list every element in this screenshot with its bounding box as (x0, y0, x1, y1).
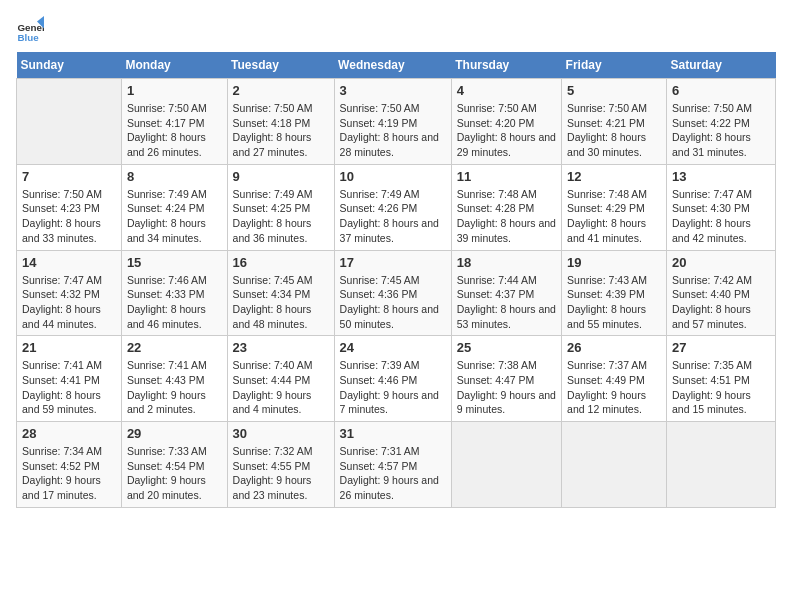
calendar-cell: 30 Sunrise: 7:32 AM Sunset: 4:55 PM Dayl… (227, 422, 334, 508)
sunset-text: Sunset: 4:47 PM (457, 374, 535, 386)
day-number: 29 (127, 426, 222, 441)
day-number: 17 (340, 255, 446, 270)
sunrise-text: Sunrise: 7:47 AM (672, 188, 752, 200)
day-header-wednesday: Wednesday (334, 52, 451, 79)
sunset-text: Sunset: 4:57 PM (340, 460, 418, 472)
daylight-text: Daylight: 9 hours and 12 minutes. (567, 389, 646, 416)
day-info: Sunrise: 7:46 AM Sunset: 4:33 PM Dayligh… (127, 273, 222, 332)
day-info: Sunrise: 7:50 AM Sunset: 4:22 PM Dayligh… (672, 101, 770, 160)
sunrise-text: Sunrise: 7:50 AM (567, 102, 647, 114)
daylight-text: Daylight: 8 hours and 27 minutes. (233, 131, 312, 158)
day-number: 12 (567, 169, 661, 184)
sunset-text: Sunset: 4:24 PM (127, 202, 205, 214)
sunset-text: Sunset: 4:55 PM (233, 460, 311, 472)
day-info: Sunrise: 7:37 AM Sunset: 4:49 PM Dayligh… (567, 358, 661, 417)
calendar-cell (451, 422, 561, 508)
sunset-text: Sunset: 4:19 PM (340, 117, 418, 129)
day-info: Sunrise: 7:38 AM Sunset: 4:47 PM Dayligh… (457, 358, 556, 417)
day-info: Sunrise: 7:31 AM Sunset: 4:57 PM Dayligh… (340, 444, 446, 503)
calendar-cell: 6 Sunrise: 7:50 AM Sunset: 4:22 PM Dayli… (667, 79, 776, 165)
day-number: 22 (127, 340, 222, 355)
daylight-text: Daylight: 9 hours and 2 minutes. (127, 389, 206, 416)
day-info: Sunrise: 7:42 AM Sunset: 4:40 PM Dayligh… (672, 273, 770, 332)
day-info: Sunrise: 7:48 AM Sunset: 4:29 PM Dayligh… (567, 187, 661, 246)
day-info: Sunrise: 7:50 AM Sunset: 4:17 PM Dayligh… (127, 101, 222, 160)
day-number: 6 (672, 83, 770, 98)
day-header-tuesday: Tuesday (227, 52, 334, 79)
day-number: 15 (127, 255, 222, 270)
daylight-text: Daylight: 8 hours and 46 minutes. (127, 303, 206, 330)
day-info: Sunrise: 7:47 AM Sunset: 4:32 PM Dayligh… (22, 273, 116, 332)
daylight-text: Daylight: 8 hours and 42 minutes. (672, 217, 751, 244)
day-header-thursday: Thursday (451, 52, 561, 79)
calendar-week-row: 14 Sunrise: 7:47 AM Sunset: 4:32 PM Dayl… (17, 250, 776, 336)
sunset-text: Sunset: 4:17 PM (127, 117, 205, 129)
calendar-cell: 14 Sunrise: 7:47 AM Sunset: 4:32 PM Dayl… (17, 250, 122, 336)
calendar-cell: 12 Sunrise: 7:48 AM Sunset: 4:29 PM Dayl… (562, 164, 667, 250)
day-number: 27 (672, 340, 770, 355)
day-info: Sunrise: 7:44 AM Sunset: 4:37 PM Dayligh… (457, 273, 556, 332)
day-header-monday: Monday (121, 52, 227, 79)
day-info: Sunrise: 7:41 AM Sunset: 4:43 PM Dayligh… (127, 358, 222, 417)
sunset-text: Sunset: 4:26 PM (340, 202, 418, 214)
day-header-sunday: Sunday (17, 52, 122, 79)
calendar-week-row: 7 Sunrise: 7:50 AM Sunset: 4:23 PM Dayli… (17, 164, 776, 250)
daylight-text: Daylight: 8 hours and 44 minutes. (22, 303, 101, 330)
day-info: Sunrise: 7:41 AM Sunset: 4:41 PM Dayligh… (22, 358, 116, 417)
sunset-text: Sunset: 4:44 PM (233, 374, 311, 386)
day-number: 28 (22, 426, 116, 441)
sunrise-text: Sunrise: 7:50 AM (457, 102, 537, 114)
day-header-friday: Friday (562, 52, 667, 79)
calendar-cell: 26 Sunrise: 7:37 AM Sunset: 4:49 PM Dayl… (562, 336, 667, 422)
day-number: 16 (233, 255, 329, 270)
calendar-cell: 13 Sunrise: 7:47 AM Sunset: 4:30 PM Dayl… (667, 164, 776, 250)
daylight-text: Daylight: 9 hours and 26 minutes. (340, 474, 439, 501)
daylight-text: Daylight: 9 hours and 20 minutes. (127, 474, 206, 501)
day-number: 19 (567, 255, 661, 270)
daylight-text: Daylight: 8 hours and 57 minutes. (672, 303, 751, 330)
sunrise-text: Sunrise: 7:34 AM (22, 445, 102, 457)
daylight-text: Daylight: 9 hours and 23 minutes. (233, 474, 312, 501)
sunrise-text: Sunrise: 7:49 AM (127, 188, 207, 200)
daylight-text: Daylight: 8 hours and 34 minutes. (127, 217, 206, 244)
daylight-text: Daylight: 8 hours and 28 minutes. (340, 131, 439, 158)
sunset-text: Sunset: 4:39 PM (567, 288, 645, 300)
day-info: Sunrise: 7:45 AM Sunset: 4:34 PM Dayligh… (233, 273, 329, 332)
day-number: 1 (127, 83, 222, 98)
calendar-cell: 22 Sunrise: 7:41 AM Sunset: 4:43 PM Dayl… (121, 336, 227, 422)
calendar-cell: 8 Sunrise: 7:49 AM Sunset: 4:24 PM Dayli… (121, 164, 227, 250)
svg-text:Blue: Blue (17, 32, 39, 43)
sunset-text: Sunset: 4:33 PM (127, 288, 205, 300)
calendar-header-row: SundayMondayTuesdayWednesdayThursdayFrid… (17, 52, 776, 79)
daylight-text: Daylight: 9 hours and 15 minutes. (672, 389, 751, 416)
day-number: 5 (567, 83, 661, 98)
day-info: Sunrise: 7:40 AM Sunset: 4:44 PM Dayligh… (233, 358, 329, 417)
day-info: Sunrise: 7:50 AM Sunset: 4:23 PM Dayligh… (22, 187, 116, 246)
day-number: 21 (22, 340, 116, 355)
calendar-cell: 21 Sunrise: 7:41 AM Sunset: 4:41 PM Dayl… (17, 336, 122, 422)
sunset-text: Sunset: 4:28 PM (457, 202, 535, 214)
daylight-text: Daylight: 8 hours and 50 minutes. (340, 303, 439, 330)
daylight-text: Daylight: 9 hours and 17 minutes. (22, 474, 101, 501)
calendar-cell: 23 Sunrise: 7:40 AM Sunset: 4:44 PM Dayl… (227, 336, 334, 422)
calendar-cell (562, 422, 667, 508)
day-info: Sunrise: 7:39 AM Sunset: 4:46 PM Dayligh… (340, 358, 446, 417)
calendar-week-row: 28 Sunrise: 7:34 AM Sunset: 4:52 PM Dayl… (17, 422, 776, 508)
calendar-cell: 9 Sunrise: 7:49 AM Sunset: 4:25 PM Dayli… (227, 164, 334, 250)
calendar-cell: 18 Sunrise: 7:44 AM Sunset: 4:37 PM Dayl… (451, 250, 561, 336)
sunset-text: Sunset: 4:29 PM (567, 202, 645, 214)
sunset-text: Sunset: 4:32 PM (22, 288, 100, 300)
day-number: 23 (233, 340, 329, 355)
logo: General Blue (16, 16, 44, 44)
sunset-text: Sunset: 4:51 PM (672, 374, 750, 386)
calendar-cell: 25 Sunrise: 7:38 AM Sunset: 4:47 PM Dayl… (451, 336, 561, 422)
calendar-cell: 11 Sunrise: 7:48 AM Sunset: 4:28 PM Dayl… (451, 164, 561, 250)
daylight-text: Daylight: 8 hours and 55 minutes. (567, 303, 646, 330)
day-info: Sunrise: 7:45 AM Sunset: 4:36 PM Dayligh… (340, 273, 446, 332)
day-number: 14 (22, 255, 116, 270)
sunrise-text: Sunrise: 7:40 AM (233, 359, 313, 371)
sunset-text: Sunset: 4:30 PM (672, 202, 750, 214)
day-number: 20 (672, 255, 770, 270)
calendar-cell: 1 Sunrise: 7:50 AM Sunset: 4:17 PM Dayli… (121, 79, 227, 165)
sunset-text: Sunset: 4:20 PM (457, 117, 535, 129)
